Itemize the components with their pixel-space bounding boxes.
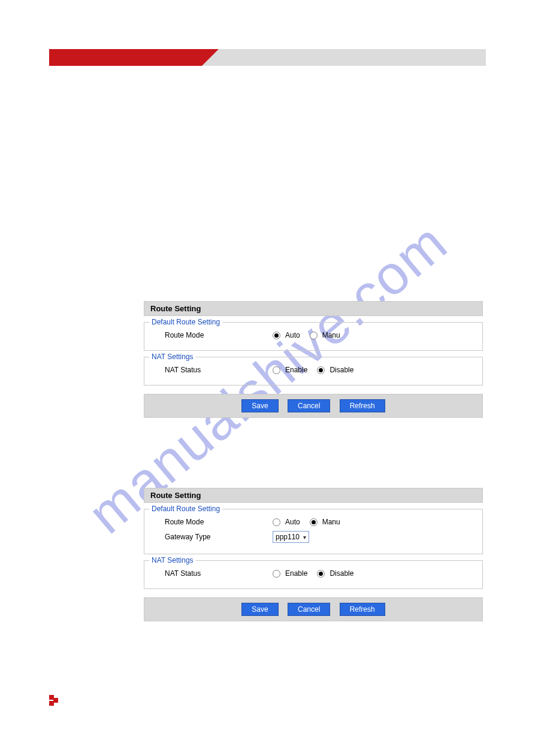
nat-status-row: NAT Status Enable Disable <box>150 363 476 377</box>
nat-enable-label: Enable <box>285 569 307 578</box>
nat-enable-label: Enable <box>285 366 307 374</box>
chevron-down-icon: ▾ <box>303 534 306 541</box>
nat-disable-label: Disable <box>330 569 353 578</box>
footer-logo-icon <box>49 695 59 707</box>
refresh-button[interactable]: Refresh <box>340 603 385 616</box>
gateway-type-value: ppp110 <box>276 533 300 541</box>
route-setting-panel-1: Route Setting Default Route Setting Rout… <box>144 301 483 418</box>
nat-disable-label: Disable <box>330 366 353 374</box>
route-setting-panel-2: Route Setting Default Route Setting Rout… <box>144 488 483 621</box>
nat-status-row: NAT Status Enable Disable <box>150 567 476 580</box>
route-mode-manu-radio[interactable] <box>310 518 318 526</box>
save-button[interactable]: Save <box>241 399 278 412</box>
nat-enable-radio[interactable] <box>273 570 280 578</box>
default-route-fieldset: Default Route Setting Route Mode Auto Ma… <box>144 509 483 554</box>
nat-settings-legend: NAT Settings <box>149 353 196 361</box>
button-bar: Save Cancel Refresh <box>144 597 483 621</box>
nat-status-label: NAT Status <box>165 569 273 578</box>
gateway-type-row: Gateway Type ppp110 ▾ <box>150 529 476 545</box>
route-mode-manu-label: Manu <box>322 331 340 339</box>
route-mode-label: Route Mode <box>165 331 273 339</box>
route-mode-row: Route Mode Auto Manu <box>150 515 476 529</box>
route-mode-auto-label: Auto <box>285 518 300 526</box>
panel-title: Route Setting <box>144 488 483 503</box>
refresh-button[interactable]: Refresh <box>340 399 385 412</box>
route-mode-manu-label: Manu <box>322 518 340 526</box>
route-mode-row: Route Mode Auto Manu <box>150 329 476 342</box>
route-mode-label: Route Mode <box>165 518 273 526</box>
cancel-button[interactable]: Cancel <box>288 399 330 412</box>
panel-title: Route Setting <box>144 301 483 316</box>
default-route-fieldset: Default Route Setting Route Mode Auto Ma… <box>144 322 483 351</box>
header-red-accent <box>49 49 202 66</box>
gateway-type-label: Gateway Type <box>165 533 273 541</box>
route-mode-auto-label: Auto <box>285 331 300 339</box>
route-mode-auto-radio[interactable] <box>273 332 280 339</box>
route-mode-auto-radio[interactable] <box>273 518 280 526</box>
nat-settings-fieldset: NAT Settings NAT Status Enable Disable <box>144 560 483 589</box>
cancel-button[interactable]: Cancel <box>288 603 330 616</box>
default-route-legend: Default Route Setting <box>149 505 222 513</box>
nat-disable-radio[interactable] <box>317 570 325 578</box>
button-bar: Save Cancel Refresh <box>144 394 483 418</box>
nat-disable-radio[interactable] <box>317 366 325 374</box>
route-mode-manu-radio[interactable] <box>310 332 318 339</box>
nat-enable-radio[interactable] <box>273 366 280 374</box>
default-route-legend: Default Route Setting <box>149 318 222 326</box>
gateway-type-select[interactable]: ppp110 ▾ <box>273 531 309 543</box>
save-button[interactable]: Save <box>241 603 278 616</box>
nat-settings-legend: NAT Settings <box>149 556 196 564</box>
nat-status-label: NAT Status <box>165 366 273 374</box>
nat-settings-fieldset: NAT Settings NAT Status Enable Disable <box>144 357 483 385</box>
